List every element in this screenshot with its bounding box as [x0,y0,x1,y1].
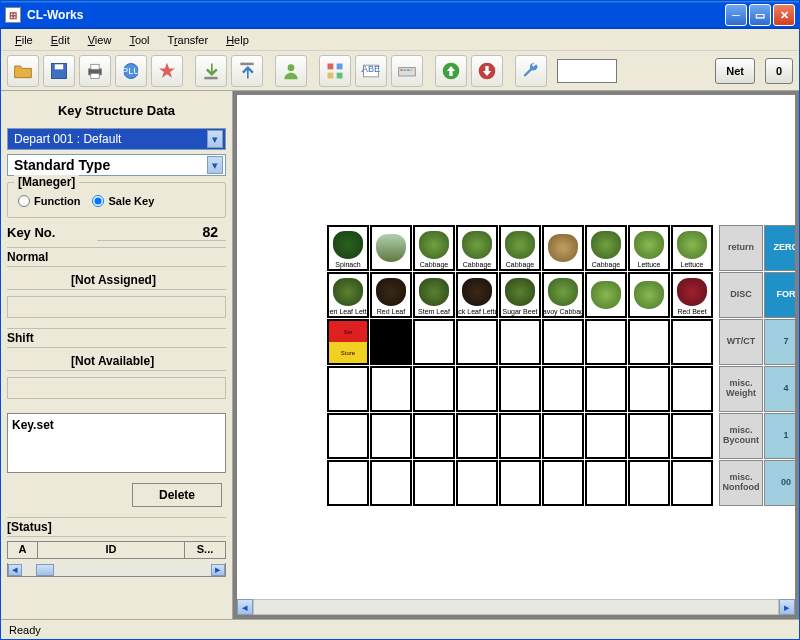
menu-help[interactable]: Help [218,32,257,48]
plu-key[interactable]: Cabbage [456,225,498,271]
plu-key[interactable] [628,319,670,365]
func-key[interactable]: 00 [764,460,795,506]
scroll-thumb[interactable] [36,564,54,576]
plu-key[interactable] [370,460,412,506]
download-icon[interactable] [195,55,227,87]
canvas-scrollbar[interactable]: ◂ ▸ [237,599,795,615]
func-key[interactable]: misc. Bycount [719,413,763,459]
func-key[interactable]: ZERO [764,225,795,271]
star-icon[interactable] [151,55,183,87]
func-key[interactable]: DISC [719,272,763,318]
status-header[interactable]: A ID S... [7,541,226,559]
key-canvas[interactable]: SpinachCabbageCabbageCabbageCabbageLettu… [237,95,795,599]
menu-tool[interactable]: Tool [121,32,157,48]
plu-key[interactable] [542,225,584,271]
print-icon[interactable] [79,55,111,87]
plu-key[interactable] [542,319,584,365]
plu-key[interactable] [542,460,584,506]
plu-key[interactable] [542,366,584,412]
shift-field[interactable] [7,377,226,399]
plu-key[interactable] [628,272,670,318]
func-key[interactable]: FOR [764,272,795,318]
func-key[interactable]: WT/CT [719,319,763,365]
chevron-down-icon[interactable]: ▾ [207,130,223,148]
plu-key[interactable] [671,460,713,506]
zero-button[interactable]: 0 [765,58,793,84]
scroll-right-icon[interactable]: ▸ [211,564,225,576]
save-icon[interactable] [43,55,75,87]
toolbar-field[interactable] [557,59,617,83]
plu-key[interactable] [628,366,670,412]
plu-key[interactable]: Cabbage [499,225,541,271]
plu-key[interactable] [327,460,369,506]
func-key[interactable]: 7 [764,319,795,365]
type-combo[interactable]: Standard Type ▾ [7,154,226,176]
titlebar[interactable]: ⊞ CL-Works ─ ▭ ✕ [1,1,799,29]
plu-key[interactable] [585,319,627,365]
plu-key[interactable] [542,413,584,459]
plu-key[interactable] [413,413,455,459]
plu-key[interactable]: Savoy Cabbage [542,272,584,318]
user-icon[interactable] [275,55,307,87]
grid-icon[interactable] [319,55,351,87]
close-button[interactable]: ✕ [773,4,795,26]
menu-transfer[interactable]: Transfer [160,32,217,48]
plu-key[interactable]: SetStore [327,319,369,365]
plu-key[interactable] [456,319,498,365]
label-icon[interactable]: LABEL [355,55,387,87]
delete-button[interactable]: Delete [132,483,222,507]
plu-key[interactable] [413,460,455,506]
plu-key[interactable] [327,366,369,412]
plu-key[interactable] [413,319,455,365]
chevron-down-icon[interactable]: ▾ [207,156,223,174]
plu-key[interactable] [585,272,627,318]
plu-key[interactable] [413,366,455,412]
plu-key[interactable] [671,366,713,412]
maximize-button[interactable]: ▭ [749,4,771,26]
menu-edit[interactable]: Edit [43,32,78,48]
func-key[interactable]: 1 [764,413,795,459]
depart-combo[interactable]: Depart 001 : Default ▾ [7,128,226,150]
net-button[interactable]: Net [715,58,755,84]
plu-key[interactable] [628,460,670,506]
plu-key[interactable] [370,225,412,271]
plu-key[interactable] [456,366,498,412]
plu-key[interactable] [327,413,369,459]
plu-key[interactable]: Cabbage [413,225,455,271]
plu-icon[interactable]: PLU [115,55,147,87]
func-key[interactable]: return [719,225,763,271]
plu-key[interactable] [585,460,627,506]
func-key[interactable]: misc. Weight [719,366,763,412]
upload-icon[interactable] [231,55,263,87]
menu-view[interactable]: View [80,32,120,48]
radio-function[interactable]: Function [18,195,80,207]
plu-key[interactable]: Spinach [327,225,369,271]
plu-key[interactable]: Sugar Beet [499,272,541,318]
scroll-left-icon[interactable]: ◂ [8,564,22,576]
open-icon[interactable] [7,55,39,87]
plu-key[interactable]: Red Leaf [370,272,412,318]
scroll-left-icon[interactable]: ◂ [237,599,253,615]
func-key[interactable]: 4 [764,366,795,412]
keyboard-icon[interactable] [391,55,423,87]
plu-key[interactable]: Black Leaf Lettuce [456,272,498,318]
plu-key[interactable] [671,319,713,365]
plu-key[interactable] [456,413,498,459]
plu-key[interactable]: Lettuce [671,225,713,271]
minimize-button[interactable]: ─ [725,4,747,26]
status-scrollbar[interactable]: ◂ ▸ [7,563,226,577]
plu-key[interactable] [628,413,670,459]
plu-key[interactable]: Red Beet [671,272,713,318]
plu-key[interactable] [499,460,541,506]
plu-key[interactable]: Lettuce [628,225,670,271]
plu-key[interactable] [370,319,412,365]
plu-key[interactable]: Cabbage [585,225,627,271]
plu-key[interactable] [370,366,412,412]
normal-field[interactable] [7,296,226,318]
func-key[interactable]: misc. Nonfood [719,460,763,506]
plu-key[interactable] [499,366,541,412]
down-arrow-icon[interactable] [471,55,503,87]
plu-key[interactable] [671,413,713,459]
plu-key[interactable] [456,460,498,506]
plu-key[interactable]: Stem Leaf [413,272,455,318]
